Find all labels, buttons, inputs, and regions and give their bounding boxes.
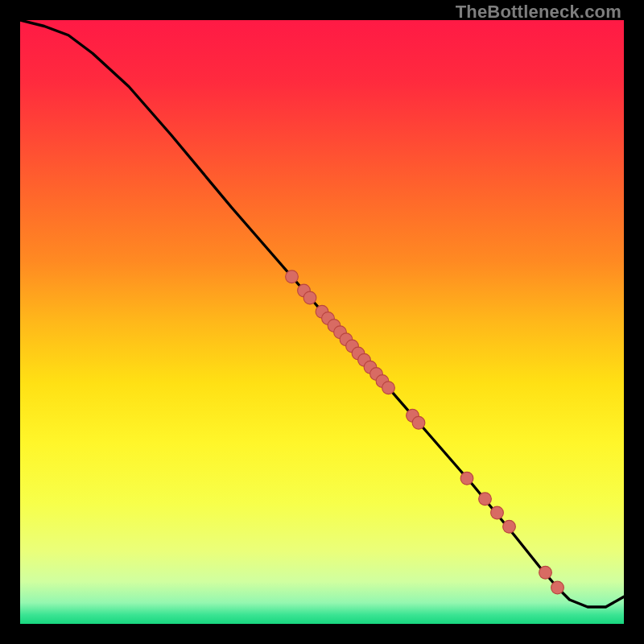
data-marker bbox=[479, 493, 492, 506]
data-marker bbox=[539, 566, 552, 579]
plot-area bbox=[20, 20, 624, 624]
data-marker bbox=[303, 291, 316, 304]
data-marker bbox=[491, 506, 504, 519]
data-marker bbox=[382, 382, 395, 394]
curve-layer bbox=[20, 20, 624, 624]
data-marker bbox=[551, 581, 564, 594]
data-marker bbox=[460, 472, 473, 485]
data-marker bbox=[286, 270, 299, 283]
data-marker bbox=[503, 520, 516, 533]
chart-stage: TheBottleneck.com bbox=[0, 0, 644, 644]
data-marker bbox=[412, 416, 425, 429]
